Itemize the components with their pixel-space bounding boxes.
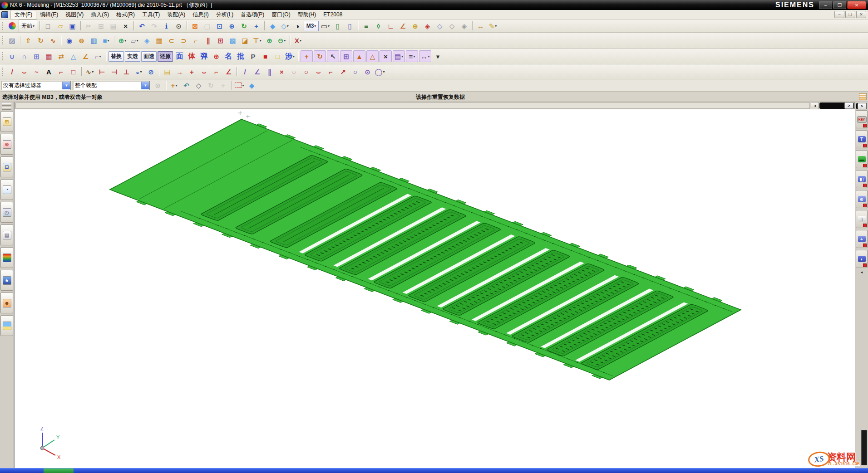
chevron-down-icon[interactable]: ▼: [62, 82, 70, 89]
annotation-pencil-button[interactable]: ✎▾: [487, 20, 498, 31]
copy-button[interactable]: ⊞: [95, 20, 107, 31]
menu-item-0[interactable]: 文件(F): [10, 10, 36, 20]
yellow-solid-cube-button[interactable]: □: [272, 51, 283, 62]
circle-button[interactable]: ○: [350, 66, 361, 77]
graphics-viewport[interactable]: ZYX: [15, 109, 856, 472]
swept-button[interactable]: ∿: [47, 35, 59, 46]
palettes-tab[interactable]: ▤: [0, 224, 13, 245]
history-tab[interactable]: ◷: [0, 202, 13, 223]
snap-point-button[interactable]: +▾: [168, 80, 180, 91]
toolbar-grip[interactable]: [2, 52, 4, 60]
curve-arrow-button[interactable]: →: [174, 66, 185, 77]
shaded-cube-button[interactable]: ◆: [246, 80, 257, 91]
delete-component-button[interactable]: ×: [380, 50, 392, 62]
open-file-button[interactable]: ▱: [54, 20, 66, 31]
row3-overflow-button[interactable]: ▾: [432, 51, 444, 62]
expression-button[interactable]: X▾: [292, 35, 304, 46]
rotate-component-button[interactable]: ↻: [314, 50, 326, 62]
sheet-flange-button[interactable]: ⌐▾: [92, 51, 104, 62]
quick-trim-button[interactable]: ⊥: [121, 66, 132, 77]
menu-item-2[interactable]: 视图(V): [62, 10, 87, 19]
sheet-pages-button[interactable]: ⊞: [215, 35, 226, 46]
menu-item-12[interactable]: ET2008: [320, 11, 346, 18]
swept-surface-button[interactable]: ▦: [43, 51, 54, 62]
new-file-button[interactable]: □: [42, 20, 54, 31]
cage-cube-button[interactable]: ▩: [227, 35, 238, 46]
zoom-box-button[interactable]: ⊡: [214, 20, 225, 31]
copy-component-button[interactable]: ⊞: [340, 50, 352, 62]
sketch-button[interactable]: ▨: [6, 35, 18, 46]
roles-tab[interactable]: ☻: [0, 293, 13, 313]
search-binoculars-button[interactable]: ⊙: [173, 20, 184, 31]
ellipse-dashed-button[interactable]: ◌: [288, 66, 300, 77]
plate-part-tab[interactable]: ⊙: [856, 190, 868, 208]
menu-item-5[interactable]: 工具(T): [138, 10, 163, 19]
background-white-button[interactable]: ▭▾: [320, 20, 331, 31]
primitive-block-button[interactable]: ■▾: [100, 35, 112, 46]
menu-item-1[interactable]: 编辑(E): [36, 10, 62, 19]
spring-tool-button[interactable]: 弹: [198, 51, 210, 62]
menu-item-7[interactable]: 信息(I): [189, 10, 212, 19]
csys-button[interactable]: ∟: [385, 20, 396, 31]
rotate-disabled-button[interactable]: ↻: [205, 80, 217, 91]
datum-plane-button[interactable]: ▱▾: [129, 35, 140, 46]
menu-item-9[interactable]: 首选项(P): [237, 10, 268, 19]
circle-arc-button[interactable]: ◯▾: [374, 66, 385, 77]
start-menu-button[interactable]: 开始▾: [19, 20, 37, 32]
windows-taskbar[interactable]: [0, 468, 868, 473]
face-display-button[interactable]: 面: [174, 51, 185, 62]
arrow-up-button[interactable]: ↗: [337, 66, 349, 77]
through-curves-button[interactable]: ∩: [19, 51, 30, 62]
body-display-button[interactable]: 体: [186, 51, 197, 62]
extend-curve-button[interactable]: ⊣: [108, 66, 120, 77]
extrude-button[interactable]: ⇧: [23, 35, 34, 46]
sheet-bend-button[interactable]: ∠: [80, 51, 91, 62]
spline-button[interactable]: ~: [31, 66, 42, 77]
unite-button[interactable]: ⊕: [264, 35, 275, 46]
batch-tool-button[interactable]: 批: [235, 51, 247, 62]
assembly-navigator-tab[interactable]: ⊞: [0, 111, 13, 132]
bend-2-button[interactable]: ⊃: [178, 35, 189, 46]
taskbar-start-button[interactable]: [44, 468, 74, 473]
selection-filter-combo[interactable]: 没有选择过滤器 ▼: [1, 81, 71, 90]
text-button[interactable]: A: [43, 66, 54, 77]
red-solid-cube-button[interactable]: ■: [260, 51, 271, 62]
rib-button[interactable]: ∥: [202, 35, 214, 46]
solid-transparent-button[interactable]: 实透: [125, 51, 140, 62]
wireframe-cube-button[interactable]: ◇: [193, 80, 204, 91]
cross-line-button[interactable]: ×: [276, 66, 287, 77]
menu-item-3[interactable]: 插入(S): [87, 10, 113, 19]
curve-mesh-button[interactable]: ⊞: [31, 51, 42, 62]
trim-body-button[interactable]: ◪: [239, 35, 251, 46]
menu-item-6[interactable]: 装配(A): [163, 10, 189, 19]
toolbar-grip[interactable]: [2, 103, 11, 106]
position-tool-button[interactable]: P: [247, 51, 259, 62]
rectangle-button[interactable]: □: [68, 66, 79, 77]
fill-button[interactable]: ◒▾: [133, 66, 144, 77]
nx-swirl-icon[interactable]: [6, 20, 18, 31]
fit-view-button[interactable]: ⊠: [189, 20, 201, 31]
restore-button[interactable]: ❐: [833, 1, 846, 9]
bend-button[interactable]: ⊂: [166, 35, 177, 46]
select-component-button[interactable]: ↖: [327, 50, 339, 62]
arc-corner-button[interactable]: ⌣: [313, 66, 324, 77]
cross-part-tab[interactable]: +: [856, 230, 868, 248]
trim-curve-button[interactable]: ⊢: [96, 66, 108, 77]
redo-button[interactable]: ↷: [148, 20, 160, 31]
face-transparent-button[interactable]: 面透: [141, 51, 157, 62]
scrollbar-track[interactable]: [15, 102, 810, 109]
menu-item-11[interactable]: 帮助(H): [294, 10, 320, 19]
selection-search-button[interactable]: ⊙: [152, 80, 163, 91]
zoom-in-out-button[interactable]: ⊕: [226, 20, 237, 31]
move-component-button[interactable]: +: [301, 50, 313, 62]
child-restore-button[interactable]: ❐: [845, 11, 855, 18]
clip-section-2-button[interactable]: ▯: [344, 20, 355, 31]
center-target-button[interactable]: ⊕: [211, 51, 222, 62]
restore-button[interactable]: 还原: [158, 51, 173, 62]
point-dialog-button[interactable]: ◈: [422, 20, 433, 31]
vector-dialog-button[interactable]: ◇: [434, 20, 445, 31]
subtract-button[interactable]: ⊖▾: [276, 35, 287, 46]
deselect-last-button[interactable]: ↶: [181, 80, 192, 91]
display-style-button[interactable]: ◇▾: [279, 20, 291, 31]
line-button[interactable]: /: [6, 66, 18, 77]
